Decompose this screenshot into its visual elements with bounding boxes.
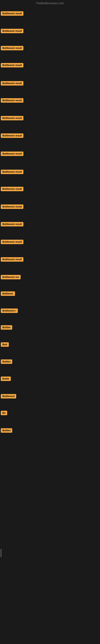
bottleneck-item[interactable]: Bottleneck result bbox=[1, 116, 23, 121]
bottleneck-item[interactable]: Bottleneck result bbox=[1, 98, 23, 104]
bottleneck-badge[interactable]: Bottleneck result bbox=[1, 98, 23, 103]
bottleneck-badge[interactable]: Bottleneck bbox=[1, 394, 16, 398]
bottleneck-item[interactable]: Bottleneck result bbox=[1, 187, 23, 192]
bottleneck-badge[interactable]: Bottle bbox=[1, 376, 11, 381]
bottleneck-badge[interactable]: Bottleneck result bbox=[1, 81, 23, 86]
bottleneck-item[interactable]: Bottleneck result bbox=[1, 81, 23, 86]
bottleneck-badge[interactable]: Bottleneck result bbox=[1, 170, 23, 174]
bottleneck-item[interactable]: Bo bbox=[1, 411, 7, 416]
bottleneck-badge[interactable]: Bottleneck result bbox=[1, 222, 23, 226]
bottleneck-item[interactable]: Bottlen bbox=[1, 428, 12, 434]
bottleneck-badge[interactable]: Bottleneck result bbox=[1, 29, 23, 33]
bottleneck-badge[interactable]: Bottleneck r bbox=[1, 308, 18, 313]
bottleneck-item[interactable]: Bottleneck result bbox=[1, 29, 23, 34]
bottleneck-item[interactable]: Bottleneck result bbox=[1, 46, 23, 51]
bottleneck-badge[interactable]: Bott bbox=[1, 342, 9, 347]
bottleneck-item[interactable]: Bott bbox=[1, 342, 9, 348]
bottleneck-badge[interactable]: Bottleneck result bbox=[1, 116, 23, 120]
bottleneck-item[interactable]: Bottleneck r bbox=[1, 308, 18, 314]
bottleneck-item[interactable]: Bottleneck result bbox=[1, 11, 23, 16]
bottleneck-badge[interactable]: Bottleneck result bbox=[1, 63, 23, 68]
cursor-line bbox=[1, 549, 1, 557]
bottleneck-item[interactable]: Bottleneck result bbox=[1, 170, 23, 175]
bottleneck-badge[interactable]: Bottleneck result bbox=[1, 152, 23, 156]
bottleneck-item[interactable]: Bottleneck bbox=[1, 394, 16, 399]
bottleneck-badge[interactable]: Bottlen bbox=[1, 428, 12, 433]
items-container: Bottleneck resultBottleneck resultBottle… bbox=[0, 6, 100, 644]
bottleneck-item[interactable]: Bottleneck result bbox=[1, 257, 23, 262]
bottleneck-item[interactable]: Bottleneck result bbox=[1, 222, 23, 227]
bottleneck-badge[interactable]: Bottleneck result bbox=[1, 204, 23, 209]
site-title: TheBottlenecker.com bbox=[36, 2, 64, 5]
bottleneck-badge[interactable]: Bottleneck result bbox=[1, 240, 23, 244]
bottleneck-badge[interactable]: Bottleneck result bbox=[1, 257, 23, 262]
bottleneck-item[interactable]: Bottleneck result bbox=[1, 152, 23, 157]
bottleneck-item[interactable]: Bottlen bbox=[1, 360, 12, 365]
bottleneck-item[interactable]: Bottleneck result bbox=[1, 63, 23, 68]
site-title-bar: TheBottlenecker.com bbox=[0, 0, 100, 6]
bottleneck-badge[interactable]: Bottleneck res bbox=[1, 275, 21, 279]
bottleneck-item[interactable]: Bottleneck res bbox=[1, 275, 21, 280]
bottleneck-badge[interactable]: Bottlenec bbox=[1, 292, 15, 296]
bottleneck-badge[interactable]: Bo bbox=[1, 411, 7, 415]
bottleneck-item[interactable]: Bottleneck result bbox=[1, 240, 23, 245]
bottleneck-item[interactable]: Bottleneck result bbox=[1, 204, 23, 210]
bottleneck-item[interactable]: Bottle bbox=[1, 376, 11, 382]
bottleneck-item[interactable]: Bottleneck result bbox=[1, 134, 23, 139]
bottleneck-badge[interactable]: Bottlen bbox=[1, 360, 12, 364]
bottleneck-badge[interactable]: Bottleneck result bbox=[1, 11, 23, 16]
bottleneck-badge[interactable]: Bottlen bbox=[1, 325, 12, 330]
bottleneck-item[interactable]: Bottlen bbox=[1, 325, 12, 330]
bottleneck-item[interactable]: Bottlenec bbox=[1, 292, 15, 297]
bottleneck-badge[interactable]: Bottleneck result bbox=[1, 187, 23, 191]
bottleneck-badge[interactable]: Bottleneck result bbox=[1, 46, 23, 50]
bottleneck-badge[interactable]: Bottleneck result bbox=[1, 134, 23, 138]
